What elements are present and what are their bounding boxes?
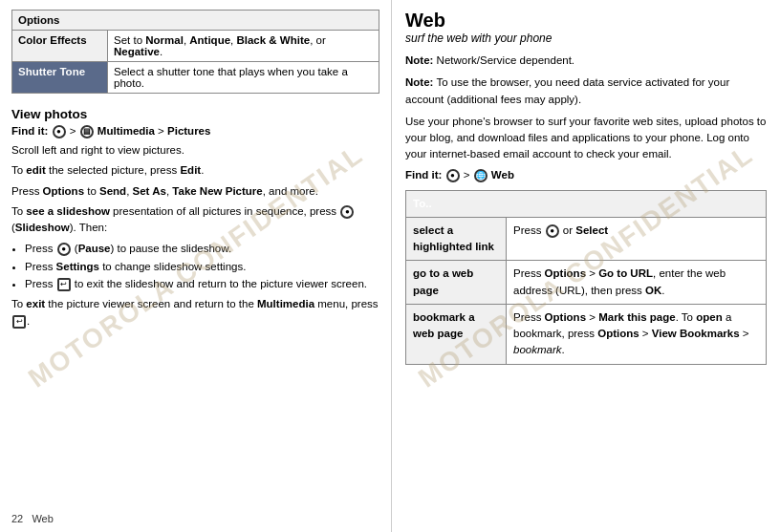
bullet-list: Press ● (Pause) to pause the slideshow. … bbox=[25, 240, 379, 292]
color-effects-label: Color Effects bbox=[12, 31, 108, 62]
find-it-right: Find it: ● > 🌐 Web bbox=[405, 169, 767, 182]
bullet-settings: Press Settings to change slideshow setti… bbox=[25, 258, 379, 275]
find-it-left: Find it: ● > ▤ Multimedia > Pictures bbox=[11, 125, 379, 138]
shutter-tone-row: Shutter Tone Select a shutter tone that … bbox=[12, 62, 379, 94]
web-table: To.. select a highlighted link Press ● o… bbox=[405, 190, 767, 365]
shutter-tone-label: Shutter Tone bbox=[12, 62, 108, 94]
go-to-page-label: go to a web page bbox=[406, 261, 507, 305]
options-table: Options Color Effects Set to Normal, Ant… bbox=[11, 10, 379, 94]
go-to-page-value: Press Options > Go to URL, enter the web… bbox=[507, 261, 767, 305]
slideshow-text: To see a slideshow presentation of all p… bbox=[11, 203, 379, 237]
note2: Note: To use the browser, you need data … bbox=[405, 74, 767, 108]
web-title: Web bbox=[405, 10, 767, 32]
body-text-right: Use your phone's browser to surf your fa… bbox=[405, 114, 767, 163]
options-send-text: Press Options to Send, Set As, Take New … bbox=[11, 183, 379, 200]
select-link-row: select a highlighted link Press ● or Sel… bbox=[406, 217, 767, 261]
find-it-label-left: Find it: bbox=[11, 125, 48, 137]
find-it-label-right: Find it: bbox=[405, 169, 442, 181]
web-subtitle: surf the web with your phone bbox=[405, 32, 767, 45]
bookmark-row: bookmark a web page Press Options > Mark… bbox=[406, 304, 767, 364]
shutter-tone-value: Select a shutter tone that plays when yo… bbox=[108, 62, 379, 94]
view-photos-title: View photos bbox=[11, 107, 379, 121]
slideshow-icon: ● bbox=[340, 205, 354, 219]
color-effects-value: Set to Normal, Antique, Black & White, o… bbox=[108, 31, 379, 62]
menu-icon-left: ● bbox=[53, 125, 66, 138]
bookmark-value: Press Options > Mark this page. To open … bbox=[507, 304, 767, 364]
select-link-label: select a highlighted link bbox=[406, 217, 507, 261]
back-icon: ↩ bbox=[57, 278, 71, 291]
exit-text: To exit the picture viewer screen and re… bbox=[11, 296, 379, 330]
options-header: Options bbox=[12, 11, 379, 31]
select-link-value: Press ● or Select bbox=[507, 217, 767, 261]
select-icon: ● bbox=[546, 224, 559, 238]
note1-text: Network/Service dependent. bbox=[437, 54, 574, 66]
web-icon: 🌐 bbox=[474, 169, 488, 182]
note1-bold: Note: bbox=[405, 54, 433, 66]
page-number: 22 Web bbox=[11, 513, 54, 524]
pause-icon: ● bbox=[57, 243, 71, 256]
bullet-back: Press ↩ to exit the slideshow and return… bbox=[25, 275, 379, 292]
multimedia-icon: ▤ bbox=[80, 125, 94, 138]
note2-text: To use the browser, you need data servic… bbox=[405, 76, 729, 104]
bookmark-label: bookmark a web page bbox=[406, 304, 507, 364]
web-table-header: To.. bbox=[406, 190, 767, 217]
go-to-page-row: go to a web page Press Options > Go to U… bbox=[406, 261, 767, 305]
note2-bold: Note: bbox=[405, 76, 433, 88]
left-column: MOTOROLA CONFIDENTIAL Options Color Effe… bbox=[0, 0, 392, 532]
color-effects-row: Color Effects Set to Normal, Antique, Bl… bbox=[12, 31, 379, 62]
bullet-pause: Press ● (Pause) to pause the slideshow. bbox=[25, 240, 379, 257]
scroll-text: Scroll left and right to view pictures. bbox=[11, 142, 379, 159]
menu-icon-right: ● bbox=[446, 169, 460, 182]
note1: Note: Network/Service dependent. bbox=[405, 53, 767, 69]
edit-text: To edit the selected picture, press Edit… bbox=[11, 162, 379, 179]
right-column: MOTOROLA CONFIDENTIAL Web surf the web w… bbox=[392, 0, 780, 532]
back-icon-2: ↩ bbox=[12, 315, 26, 329]
